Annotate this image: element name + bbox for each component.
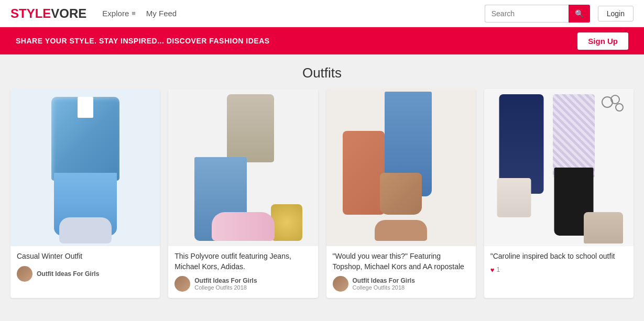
blouse-shape [553,94,595,178]
shoes-shape [59,217,112,243]
author-sub-2: College Outfits 2018 [194,284,257,291]
outfit-author-2: Outfit Ideas For Girls College Outfits 2… [174,276,311,292]
sandals-shape [375,220,427,241]
outfit-author-3: Outfit Ideas For Girls College Outfits 2… [333,276,470,292]
outfit-title-2: This Polyvore outfit featuring Jeans, Mi… [174,251,311,272]
outfit-author-1: Outfit Ideas For Girls [17,266,154,282]
page-title: Outfits [0,65,644,81]
outfit-image-3 [326,89,476,246]
signup-button[interactable]: Sign Up [577,32,628,50]
author-info-1: Outfit Ideas For Girls [37,270,99,278]
logo-style: STYLE [10,6,51,20]
author-name-3: Outfit Ideas For Girls [353,277,415,284]
outfit-title-3: "Would you wear this?" Featuring Topshop… [333,251,470,272]
nav-links: Explore ≡ My Feed [102,9,484,18]
my-feed-link[interactable]: My Feed [146,9,177,18]
navbar: STYLEVORE Explore ≡ My Feed 🔍 Login [0,0,644,27]
avatar-img-1 [17,266,32,282]
logo-vore: VORE [51,6,86,20]
outfit-card-body-4: "Caroline inspired back to school outfit… [484,246,634,280]
avatar-img-3 [333,276,348,292]
explore-label: Explore [102,9,129,18]
author-avatar-1 [17,266,32,282]
search-button[interactable]: 🔍 [569,5,590,23]
hamburger-icon: ≡ [132,9,136,17]
watch-shape [271,204,302,241]
search-area: 🔍 [485,5,590,23]
my-feed-label: My Feed [146,9,177,18]
outfit-card-3[interactable]: "Would you wear this?" Featuring Topshop… [326,89,476,298]
outfit-card-body-1: Casual Winter Outfit Outfit Ideas For Gi… [10,246,160,288]
outfit-title-4: "Caroline inspired back to school outfit [490,251,627,262]
top-shape [227,94,274,162]
login-button[interactable]: Login [598,6,634,21]
bag-shape [497,178,531,217]
promo-banner: SHARE YOUR STYLE. STAY INSPIRED... DISCO… [0,27,644,54]
jacket-shape [51,97,119,181]
outfit-likes-4: ♥ 1 [490,266,627,274]
author-info-3: Outfit Ideas For Girls College Outfits 2… [353,277,415,291]
avatar-img-2 [174,276,190,292]
outfit-image-1 [10,89,160,246]
accessories-shape [599,94,626,123]
outfit-image-2 [168,89,318,246]
author-info-2: Outfit Ideas For Girls College Outfits 2… [194,277,257,291]
banner-text: SHARE YOUR STYLE. STAY INSPIRED... DISCO… [16,37,270,45]
outfit-card-body-2: This Polyvore outfit featuring Jeans, Mi… [168,246,318,298]
explore-link[interactable]: Explore ≡ [102,9,135,18]
outfit-image-4 [484,89,634,246]
svg-point-2 [616,104,623,111]
search-input[interactable] [485,5,569,23]
outfit-card-body-3: "Would you wear this?" Featuring Topshop… [326,246,476,298]
outfits-grid: Casual Winter Outfit Outfit Ideas For Gi… [0,89,644,308]
outfit-card-4[interactable]: "Caroline inspired back to school outfit… [484,89,634,298]
bag-shape [380,173,422,215]
brand-logo[interactable]: STYLEVORE [10,6,86,21]
author-name-2: Outfit Ideas For Girls [194,277,257,284]
likes-count-4: 1 [496,266,500,273]
heart-icon: ♥ [490,266,495,274]
boots-shape [584,212,623,243]
author-name-1: Outfit Ideas For Girls [37,270,99,278]
outfit-card-1[interactable]: Casual Winter Outfit Outfit Ideas For Gi… [10,89,160,298]
author-avatar-3 [333,276,348,292]
page-title-area: Outfits [0,54,644,89]
outfit-title-1: Casual Winter Outfit [17,251,154,262]
outfit-card-2[interactable]: This Polyvore outfit featuring Jeans, Mi… [168,89,318,298]
author-sub-3: College Outfits 2018 [353,284,415,291]
author-avatar-2 [174,276,190,292]
cardigan-shape [343,131,385,215]
shoes-shape [212,212,275,241]
